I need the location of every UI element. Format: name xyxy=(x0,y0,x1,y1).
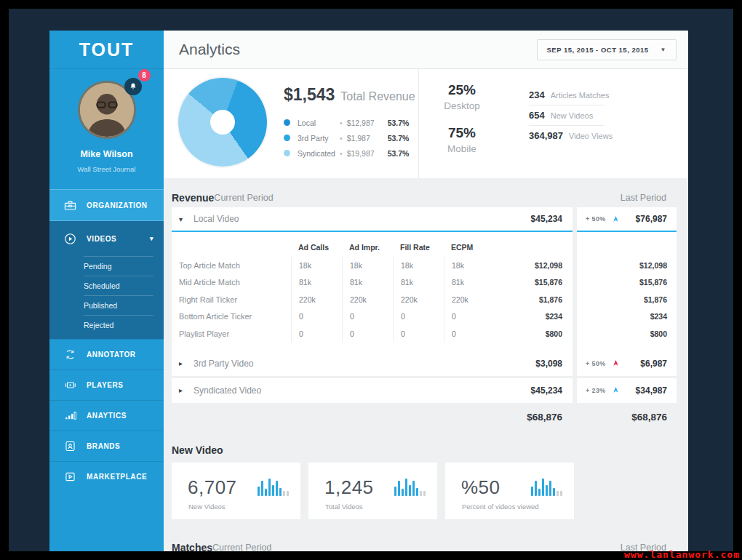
last-period-cell: + 23% $34,987 xyxy=(577,378,677,403)
scroll-content[interactable]: Revenue Current Period Last Period ▾ Loc… xyxy=(164,178,688,551)
revenue-detail-expanded: Ad Calls Ad Impr. Fill Rate ECPM Top Art… xyxy=(172,232,677,351)
notification-badge: 8 xyxy=(138,69,151,81)
revenue-section-header: Revenue Current Period Last Period xyxy=(172,188,677,207)
current-amount: $45,234 xyxy=(531,385,562,396)
main-area: Analytics SEP 15, 2015 - OCT 15, 2015 ▼ … xyxy=(164,31,688,551)
mini-bar-chart-icon xyxy=(258,476,289,496)
chevron-down-icon: ▾ xyxy=(150,235,153,242)
sidebar: TOUT 8 xyxy=(49,31,164,551)
detail-last-period-column: $12,098 $15,876 $1,876 $234 $800 xyxy=(577,232,677,351)
quick-stats: 234 Articles Matches 654 New Videos 364,… xyxy=(529,85,638,145)
sidebar-group-videos: VIDEOS ▾ Pending Scheduled Published Rej… xyxy=(49,221,164,339)
detail-row-right-rail-ticker: Right Rail Ticker 220k 220k 220k 220k $1… xyxy=(179,291,562,308)
current-amount: $3,098 xyxy=(535,359,562,369)
current-period-label: Current Period xyxy=(212,543,282,552)
summary-strip: $1,543 Total Revenue Local • $12,987 53.… xyxy=(164,69,688,178)
play-square-icon xyxy=(63,470,77,484)
user-profile: 8 Mike Wilson Wall Street Journal xyxy=(49,69,164,189)
total-revenue-block: $1,543 Total Revenue Local • $12,987 53.… xyxy=(284,85,415,161)
sidebar-subitem-scheduled[interactable]: Scheduled xyxy=(84,276,153,295)
detail-row-top-article-match: Top Article Match 18k 18k 18k 18k $12,09… xyxy=(179,257,562,274)
date-range-button[interactable]: SEP 15, 2015 - OCT 15, 2015 ▼ xyxy=(537,39,677,60)
mini-bar-chart-icon xyxy=(394,476,426,496)
revenue-row-toggle[interactable]: ▾ Local Video $45,234 xyxy=(172,207,573,232)
date-range-label: SEP 15, 2015 - OCT 15, 2015 xyxy=(547,46,649,54)
trend-up-icon xyxy=(613,387,619,393)
sidebar-subitem-pending[interactable]: Pending xyxy=(84,256,153,276)
notification-bell[interactable]: 8 xyxy=(124,78,142,95)
sidebar-item-organization[interactable]: ORGANIZATION xyxy=(49,189,164,221)
change-percent: + 50% xyxy=(586,360,606,367)
sidebar-item-annotator[interactable]: ANNOTATOR xyxy=(49,339,164,369)
legend-dot xyxy=(284,135,290,141)
desktop-stat: 25% Desktop xyxy=(434,82,490,111)
sidebar-subitem-rejected[interactable]: Rejected xyxy=(84,315,153,335)
sidebar-item-label: ANAYTICS xyxy=(87,412,127,420)
sidebar-item-brands[interactable]: BRANDS xyxy=(49,431,164,461)
card-new-videos: 6,707 New Videos xyxy=(172,463,300,519)
change-percent: + 50% xyxy=(586,215,606,223)
current-amount: $45,234 xyxy=(531,214,562,224)
last-amount: $76,987 xyxy=(636,214,667,224)
sidebar-item-marketplace[interactable]: MARKETPLACE xyxy=(49,461,164,492)
last-amount: $6,987 xyxy=(640,359,667,369)
revenue-totals-row: $68,876 $68,876 xyxy=(172,403,677,432)
card-percent-viewed: %50 Percent of videos viewed xyxy=(445,463,574,519)
refresh-arrows-icon xyxy=(63,348,77,362)
app-window: TOUT 8 xyxy=(49,31,688,551)
sidebar-item-label: ANNOTATOR xyxy=(87,351,136,359)
profile-organization: Wall Street Journal xyxy=(49,165,164,173)
new-video-title: New Video xyxy=(172,444,223,456)
revenue-row-toggle[interactable]: ▸ Syndicated Video $45,234 xyxy=(172,378,573,403)
logo-bar: TOUT xyxy=(49,31,164,69)
matches-title: Matches xyxy=(172,542,212,552)
trend-down-icon xyxy=(613,360,619,367)
detail-row-playlist-player: Playlist Player 0 0 0 0 $800 xyxy=(179,325,562,343)
revenue-row-3rd-party-video: ▸ 3rd Party Video $3,098 + 50% $6,987 xyxy=(172,351,677,376)
videos-subnav: Pending Scheduled Published Rejected xyxy=(49,256,164,339)
device-split: 25% Desktop 75% Mobile xyxy=(434,82,490,168)
bell-icon xyxy=(129,82,137,91)
stat-video-views: 364,987 Video Views xyxy=(529,126,638,145)
change-percent: + 23% xyxy=(586,387,606,394)
sidebar-item-label: PLAYERS xyxy=(87,381,124,389)
sidebar-item-players[interactable]: PLAYERS xyxy=(49,369,164,400)
new-video-cards: 6,707 New Videos 1,245 Total Videos %50 … xyxy=(172,463,677,519)
current-period-label: Current Period xyxy=(214,193,283,203)
chevron-expand-icon[interactable]: ▾ xyxy=(179,215,194,223)
revenue-row-toggle[interactable]: ▸ 3rd Party Video $3,098 xyxy=(172,351,573,376)
chevron-down-icon: ▼ xyxy=(661,47,666,53)
topbar: Analytics SEP 15, 2015 - OCT 15, 2015 ▼ xyxy=(164,31,688,69)
watermark: www.lanlanwork.com xyxy=(624,549,740,560)
sidebar-subitem-published[interactable]: Published xyxy=(84,295,153,315)
total-revenue-value: $1,543 xyxy=(284,85,335,105)
chevron-right-icon[interactable]: ▸ xyxy=(179,359,194,367)
last-period-cell: + 50% $76,987 xyxy=(577,207,677,232)
last-period-cell: + 50% $6,987 xyxy=(577,351,677,376)
donut-legend: Local • $12,987 53.7% 3rd Party • $1,987… xyxy=(284,115,415,161)
sidebar-item-label: MARKETPLACE xyxy=(87,473,147,481)
stat-new-videos: 654 New Videos xyxy=(529,105,638,125)
total-current-period: $68,876 xyxy=(172,412,573,423)
sidebar-item-label: BRANDS xyxy=(87,442,120,450)
sidebar-item-anaytics[interactable]: ANAYTICS xyxy=(49,400,164,431)
legend-item-local: Local • $12,987 53.7% xyxy=(284,115,415,130)
last-period-label: Last Period xyxy=(577,193,677,203)
briefcase-icon xyxy=(63,198,77,212)
video-player-icon xyxy=(63,378,77,393)
matches-section-header: Matches Current Period Last Period xyxy=(172,538,677,552)
id-badge-icon xyxy=(63,439,77,454)
revenue-donut-chart xyxy=(178,78,267,167)
mobile-stat: 75% Mobile xyxy=(434,125,490,154)
last-amount: $34,987 xyxy=(636,385,667,396)
mini-bar-chart-icon xyxy=(531,476,562,496)
play-circle-icon xyxy=(63,231,77,246)
sidebar-item-label: VIDEOS xyxy=(87,235,116,243)
total-last-period: $68,876 xyxy=(577,412,677,423)
chevron-right-icon[interactable]: ▸ xyxy=(179,386,194,394)
detail-table: Ad Calls Ad Impr. Fill Rate ECPM Top Art… xyxy=(172,232,573,351)
profile-name: Mike Wilson xyxy=(49,149,164,159)
detail-row-bottom-article-ticker: Bottom Article Ticker 0 0 0 0 $234 xyxy=(179,308,562,326)
sidebar-item-videos[interactable]: VIDEOS ▾ xyxy=(49,221,164,256)
new-video-section-header: New Video xyxy=(172,439,677,461)
